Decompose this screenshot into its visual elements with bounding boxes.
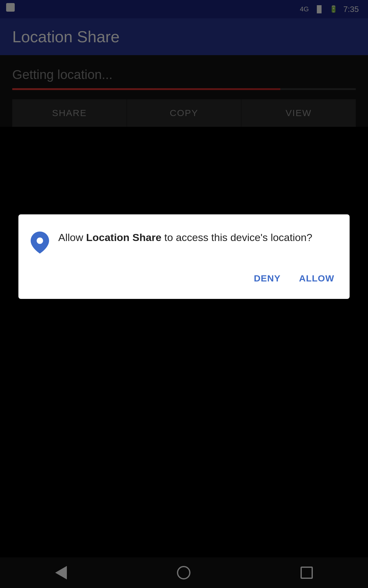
allow-button[interactable]: ALLOW	[296, 270, 337, 287]
dialog-message-prefix: Allow	[58, 232, 86, 243]
deny-button[interactable]: DENY	[251, 270, 284, 287]
dialog-actions: DENY ALLOW	[31, 270, 337, 287]
location-pin-icon	[31, 232, 49, 255]
dialog-body: Allow Location Share to access this devi…	[31, 230, 337, 255]
permission-dialog: Allow Location Share to access this devi…	[18, 214, 350, 299]
dialog-message-suffix: to access this device's location?	[161, 232, 312, 243]
dialog-text: Allow Location Share to access this devi…	[58, 230, 312, 245]
dialog-app-name: Location Share	[86, 232, 162, 243]
